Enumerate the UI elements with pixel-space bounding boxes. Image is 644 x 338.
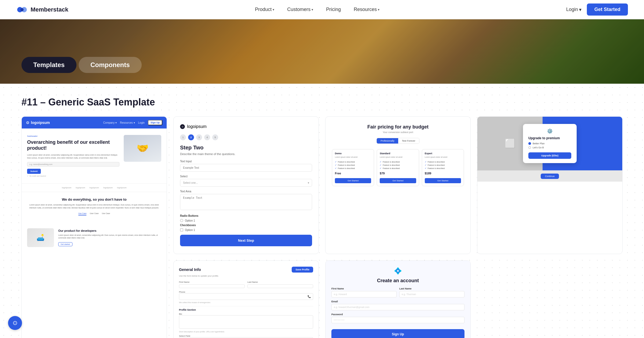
template-card-landing[interactable]: ⊙ logoipsum Company ▾ Resources ▾ Login …	[21, 116, 167, 338]
chevron-down-icon: ▾	[273, 8, 274, 12]
support-icon: ⊙	[13, 319, 17, 326]
card2-checkbox-option1[interactable]: Option 1	[180, 228, 312, 232]
tab-templates[interactable]: Templates	[21, 57, 76, 73]
card1-get-started-button[interactable]: Get started	[58, 242, 72, 246]
content-area: #11 – Generic SaaS Template ⊙ logoipsum …	[0, 84, 644, 338]
card2-next-button[interactable]: Next Step	[180, 235, 312, 246]
card6-first-name-input[interactable]: e.g. Howard	[331, 291, 397, 297]
card3-plan-expert: Expert Lorem ipsum dolor sit amet ✓Featu…	[422, 149, 464, 186]
svg-point-2	[20, 8, 24, 11]
card2-logo: ⊙ logoipsum	[180, 124, 312, 129]
nav-product[interactable]: Product ▾	[255, 7, 274, 12]
navbar: Memberstack Product ▾ Customers ▾ Pricin…	[0, 0, 644, 19]
template-grid: ⊙ logoipsum Company ▾ Resources ▾ Login …	[0, 116, 644, 338]
template-card-pricing[interactable]: Fair pricing for any budget Your convers…	[325, 116, 471, 254]
get-started-button[interactable]: Get Started	[587, 3, 628, 16]
chevron-down-icon: ▾	[378, 8, 379, 12]
card6-email-input[interactable]: e.g. howard.thurman@gmail.com	[331, 304, 464, 310]
card6-password-input[interactable]: ••••••••	[331, 317, 464, 323]
chevron-down-icon: ▾	[308, 181, 309, 184]
card3-standard-btn[interactable]: Get Started	[380, 178, 416, 183]
card2-text-input[interactable]	[180, 164, 312, 172]
template-card-signup[interactable]: 💠 Create an account First Name e.g. Howa…	[325, 260, 471, 338]
hero-overlay	[0, 19, 644, 84]
card3-plans: Demo Lorem ipsum dolor sit amet ✓Feature…	[332, 149, 464, 186]
card5-last-name-input[interactable]	[247, 284, 313, 288]
nav-customers[interactable]: Customers ▾	[287, 7, 313, 12]
card2-textarea[interactable]	[180, 194, 312, 210]
card3-plan-demo: Demo Lorem ipsum dolor sit amet ✓Feature…	[332, 149, 374, 186]
card3-demo-btn[interactable]: Get Started	[335, 178, 371, 183]
template-card-profile[interactable]: General Info Save Profile Use the form b…	[173, 260, 319, 338]
card4-continue-button[interactable]: Continue	[541, 174, 559, 179]
card3-plan-standard: Standard Lorem ipsum dolor sit amet ✓Fea…	[377, 149, 419, 186]
card1-tabs: Use Case User Case Use Case	[27, 212, 161, 215]
card1-signup-button[interactable]: Sign Up	[148, 120, 162, 125]
card1-section3: 🛋️ Our product for developers Lorem ipsu…	[22, 224, 167, 251]
logo-text: Memberstack	[31, 6, 68, 13]
nav-resources[interactable]: Resources ▾	[354, 7, 379, 12]
card4-modal: ⚙️ Upgrade to premium Better Plan Let's …	[523, 124, 577, 163]
card4-upgrade-button[interactable]: Upgrade (Elite)	[528, 152, 571, 159]
card6-icon: 💠	[331, 267, 464, 275]
card1-hero-section: Subheader Overarching benefit of our exc…	[22, 128, 167, 183]
login-button[interactable]: Login ▾	[566, 7, 581, 13]
template-card-multistep[interactable]: ⊙ logoipsum 1 2 3 4 5 Step Two Describe …	[173, 116, 319, 254]
hero-tabs: Templates Components	[21, 57, 142, 73]
chevron-down-icon: ▾	[579, 7, 581, 13]
support-button[interactable]: ⊙	[8, 316, 22, 330]
card1-logo: ⊙ logoipsum	[26, 120, 50, 125]
tab-components[interactable]: Components	[79, 57, 142, 73]
card5-bio-input[interactable]	[179, 315, 313, 329]
card6-last-name-input[interactable]: e.g. Thurman	[399, 291, 464, 297]
card3-toggle: Profesionally Test Forever	[376, 138, 419, 144]
card5-phone-input[interactable]: 📞	[179, 293, 313, 300]
chevron-down-icon: ▾	[312, 8, 313, 12]
card1-section2: We do everything, so you don't have to L…	[22, 192, 167, 224]
nav-links: Product ▾ Customers ▾ Pricing Resources …	[255, 7, 379, 12]
card5-first-name-input[interactable]	[179, 284, 245, 288]
card3-expert-btn[interactable]: Get Started	[425, 178, 461, 183]
hero-banner: Templates Components	[0, 19, 644, 84]
nav-actions: Login ▾ Get Started	[566, 3, 628, 16]
card1-hero-image: 🤝	[124, 135, 161, 162]
card1-cta-button[interactable]: Submit	[27, 169, 41, 174]
section-title: #11 – Generic SaaS Template	[0, 84, 644, 116]
card2-steps: 1 2 3 4 5	[180, 134, 312, 140]
card2-select[interactable]: Select one... ▾	[180, 179, 312, 187]
card1-header: ⊙ logoipsum Company ▾ Resources ▾ Login …	[22, 117, 167, 128]
nav-pricing[interactable]: Pricing	[326, 7, 341, 12]
card6-signup-button[interactable]: Sign Up	[331, 329, 464, 338]
card1-logos-section: logoipsum logoipsum logoipsum logoipsum …	[22, 183, 167, 192]
card2-radio-option1[interactable]: Option 1	[180, 219, 312, 222]
card1-nav: Company ▾ Resources ▾ Login Sign Up	[103, 120, 162, 125]
logo[interactable]: Memberstack	[16, 4, 68, 16]
template-card-upgrade[interactable]: ⬜ ⚙️ Upgrade to premium Better Plan Let'…	[477, 116, 623, 254]
card5-save-button[interactable]: Save Profile	[292, 267, 313, 273]
